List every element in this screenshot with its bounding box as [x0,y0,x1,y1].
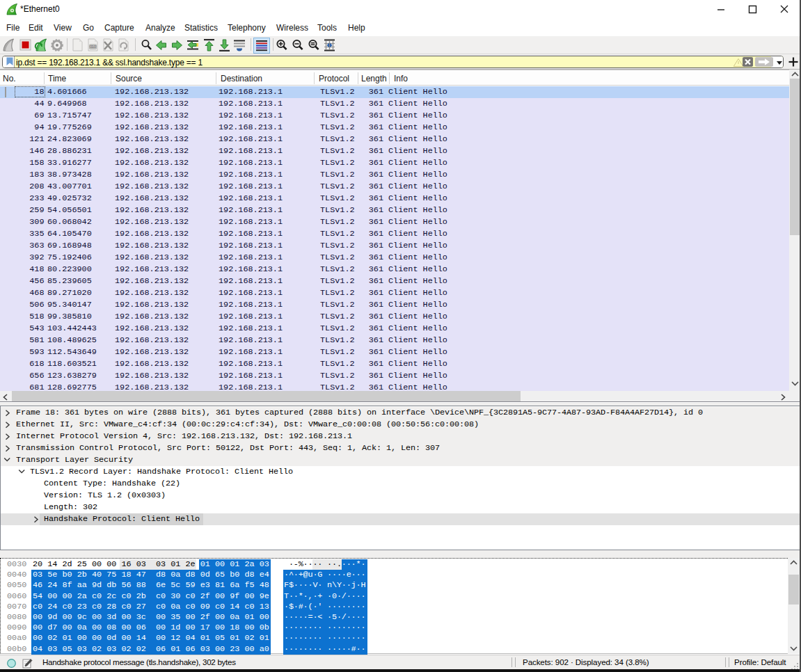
svg-text:010: 010 [90,45,96,49]
